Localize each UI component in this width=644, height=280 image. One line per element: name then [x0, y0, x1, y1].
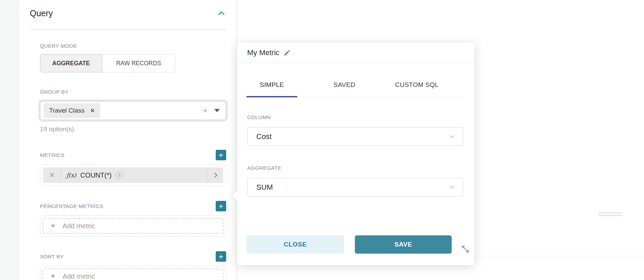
drag-handle-line	[598, 212, 622, 213]
metrics-label: METRICS	[40, 152, 65, 158]
query-panel: Query QUERY MODE AGGREGATE RAW RECORDS G…	[19, 0, 237, 280]
popover-header: My Metric	[237, 43, 474, 63]
query-mode-raw-records-button[interactable]: RAW RECORDS	[102, 54, 175, 72]
help-circle-icon: ?	[115, 172, 123, 179]
select-controls: ×	[203, 107, 220, 115]
query-panel-header: Query	[30, 7, 227, 20]
sort-by-label: SORT BY	[40, 254, 64, 260]
sort-by-drop-zone[interactable]: + Add metric	[43, 269, 223, 280]
metrics-container: ✕ ƒ(x) COUNT(*) ?	[40, 164, 226, 186]
metrics-header: METRICS +	[40, 150, 226, 160]
metric-pill[interactable]: ✕ ƒ(x) COUNT(*) ?	[43, 167, 223, 183]
collapse-section-button[interactable]	[216, 8, 227, 18]
chevron-down-icon	[448, 133, 455, 140]
drag-handle-line	[598, 215, 622, 216]
query-mode-toggle: AGGREGATE RAW RECORDS	[40, 54, 175, 72]
group-by-options-hint: 19 option(s)	[40, 125, 226, 133]
edit-title-button[interactable]	[283, 49, 291, 56]
metric-pill-body[interactable]: ƒ(x) COUNT(*) ?	[61, 167, 208, 183]
aggregate-select-value: SUM	[256, 183, 273, 192]
chevron-right-icon	[212, 172, 219, 179]
chart-card-bottom-edge	[474, 256, 644, 256]
query-mode-aggregate-button[interactable]: AGGREGATE	[40, 54, 102, 72]
pencil-icon	[283, 49, 291, 56]
aggregate-select[interactable]: SUM	[247, 178, 463, 196]
close-button[interactable]: CLOSE	[246, 235, 344, 254]
metric-edit-popover: My Metric SIMPLE SAVED CUSTOM SQL COLUMN…	[237, 43, 474, 265]
sort-by-header: SORT BY +	[40, 251, 226, 262]
caret-down-icon[interactable]	[214, 109, 220, 112]
tab-custom-sql[interactable]: CUSTOM SQL	[391, 77, 442, 97]
add-metric-placeholder: Add metric	[63, 273, 95, 280]
plus-icon: +	[218, 202, 223, 210]
query-mode-label: QUERY MODE	[40, 43, 226, 49]
group-by-label: GROUP BY	[40, 89, 226, 95]
tag-remove-icon[interactable]: ✕	[90, 107, 95, 114]
percentage-metrics-drop-zone[interactable]: + Add metric	[43, 218, 223, 234]
popover-tabs: SIMPLE SAVED CUSTOM SQL	[246, 77, 465, 97]
plus-icon: +	[218, 151, 223, 159]
percentage-metrics-label: PERCENTAGE METRICS	[40, 203, 103, 209]
column-select[interactable]: Cost	[247, 127, 463, 146]
group-by-select[interactable]: Travel Class ✕ ×	[40, 101, 226, 120]
percentage-metrics-header: PERCENTAGE METRICS +	[40, 201, 226, 211]
query-controls: QUERY MODE AGGREGATE RAW RECORDS GROUP B…	[40, 43, 226, 280]
chart-builder-screen: Query QUERY MODE AGGREGATE RAW RECORDS G…	[0, 0, 644, 280]
plus-icon: +	[51, 222, 55, 230]
metric-expand-button[interactable]	[208, 167, 223, 183]
sort-by-container: + Add metric	[40, 266, 226, 280]
query-panel-title: Query	[30, 8, 53, 18]
clear-all-icon[interactable]: ×	[203, 107, 208, 115]
plus-icon: +	[218, 253, 223, 261]
save-button[interactable]: SAVE	[355, 235, 452, 254]
resize-popover-handle[interactable]	[460, 243, 471, 254]
column-select-value: Cost	[256, 132, 272, 141]
chevron-down-icon	[448, 184, 455, 191]
help-glyph: ?	[118, 173, 121, 178]
resize-diagonal-icon	[461, 244, 470, 254]
metric-name: COUNT(*)	[80, 171, 111, 179]
function-icon: ƒ(x)	[66, 172, 76, 179]
add-percentage-metric-button[interactable]: +	[216, 201, 226, 211]
plus-icon: +	[51, 273, 55, 280]
add-metric-button[interactable]: +	[216, 150, 226, 160]
add-sort-by-button[interactable]: +	[216, 251, 226, 262]
column-label: COLUMN	[247, 114, 271, 120]
metric-remove-icon[interactable]: ✕	[43, 171, 61, 179]
tab-simple[interactable]: SIMPLE	[246, 77, 297, 97]
group-by-tag-label: Travel Class	[49, 107, 85, 114]
left-rail	[0, 0, 19, 280]
percentage-metrics-container: + Add metric	[40, 215, 226, 236]
chevron-up-icon	[216, 8, 227, 18]
group-by-tag: Travel Class ✕	[44, 103, 100, 118]
add-metric-placeholder: Add metric	[63, 222, 95, 230]
aggregate-label: AGGREGATE	[247, 165, 281, 171]
tab-saved[interactable]: SAVED	[319, 77, 370, 97]
popover-title: My Metric	[247, 48, 279, 57]
header-divider	[30, 29, 227, 30]
